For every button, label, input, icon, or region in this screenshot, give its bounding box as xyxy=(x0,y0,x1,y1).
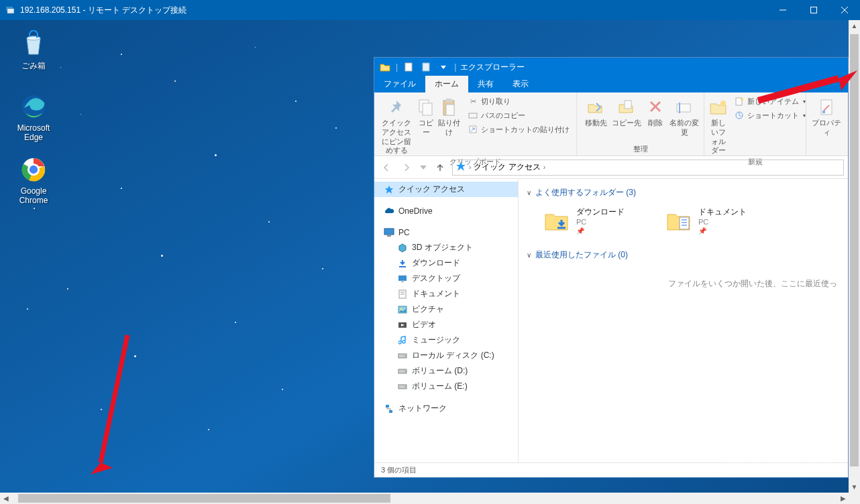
folder-item-downloads[interactable]: ダウンロード PC 📌 xyxy=(543,206,625,235)
ribbon-properties-button[interactable]: プロパティ xyxy=(810,94,843,137)
ribbon-copypath-button[interactable]: パスのコピー xyxy=(465,109,572,122)
qat-properties-button[interactable] xyxy=(400,60,417,74)
ribbon-rename-button[interactable]: 名前の変更 xyxy=(669,94,699,137)
scroll-right-button[interactable]: ▶ xyxy=(837,493,849,504)
scroll-left-button[interactable]: ◀ xyxy=(0,493,11,504)
scroll-thumb[interactable] xyxy=(850,34,859,466)
navigation-pane[interactable]: クイック アクセス OneDrive PC 3D オブジェクト ダウンロード デ… xyxy=(374,179,519,462)
nav-back-button[interactable] xyxy=(378,160,394,176)
drive-icon xyxy=(397,351,408,361)
horizontal-scrollbar[interactable]: ◀ ▶ xyxy=(0,493,849,504)
chevron-down-icon: ∨ xyxy=(527,189,531,196)
ribbon-shortcut-button[interactable]: ショートカット▾ xyxy=(731,109,808,122)
desktop-icon-edge[interactable]: Microsoft Edge xyxy=(8,92,59,142)
ribbon-pin-button[interactable]: クイック アクセスにピン留めする xyxy=(378,94,415,155)
qat-dropdown[interactable] xyxy=(435,60,451,74)
rdp-title: 192.168.205.151 - リモート デスクトップ接続 xyxy=(20,5,767,16)
copyto-icon xyxy=(612,96,641,119)
breadcrumb-item[interactable]: クイック アクセス xyxy=(474,162,540,173)
svg-marker-33 xyxy=(456,162,466,171)
scroll-thumb[interactable] xyxy=(18,494,390,503)
nav-onedrive[interactable]: OneDrive xyxy=(374,204,518,218)
nav-pc[interactable]: PC xyxy=(374,225,518,240)
tab-share[interactable]: 共有 xyxy=(468,76,503,92)
ribbon-delete-button[interactable]: 削除 xyxy=(643,94,668,128)
nav-downloads[interactable]: ダウンロード xyxy=(374,255,518,271)
cube-icon xyxy=(397,243,408,253)
music-icon xyxy=(397,335,408,346)
svg-point-52 xyxy=(405,386,406,387)
nav-diske[interactable]: ボリューム (E:) xyxy=(374,379,518,394)
nav-quickaccess[interactable]: クイック アクセス xyxy=(374,182,518,197)
newitem-icon xyxy=(734,96,745,107)
nav-pictures[interactable]: ピクチャ xyxy=(374,302,518,317)
desktop-icon-recycle-bin[interactable]: ごみ箱 xyxy=(8,29,59,72)
rdp-titlebar: 192.168.205.151 - リモート デスクトップ接続 xyxy=(0,0,860,20)
remote-desktop[interactable]: ごみ箱 Microsoft Edge Google Chrome | | エクス… xyxy=(0,20,849,493)
maximize-button[interactable] xyxy=(798,0,829,20)
nav-music[interactable]: ミュージック xyxy=(374,332,518,348)
nav-up-button[interactable] xyxy=(432,160,448,176)
scroll-track[interactable] xyxy=(849,32,860,481)
nav-desktop[interactable]: デスクトップ xyxy=(374,271,518,286)
nav-documents[interactable]: ドキュメント xyxy=(374,286,518,302)
nav-network[interactable]: ネットワーク xyxy=(374,401,518,416)
svg-rect-1 xyxy=(7,8,15,13)
scroll-up-button[interactable]: ▲ xyxy=(849,20,860,32)
desktop-icon-chrome[interactable]: Google Chrome xyxy=(8,155,59,205)
pin-icon: 📌 xyxy=(698,227,747,235)
nav-3dobjects[interactable]: 3D オブジェクト xyxy=(374,240,518,255)
group-header-recent[interactable]: ∨最近使用したファイル (0) xyxy=(527,247,840,266)
folder-icon xyxy=(665,206,693,235)
quickaccess-icon xyxy=(384,184,394,195)
folder-item-documents[interactable]: ドキュメント PC 📌 xyxy=(665,206,747,235)
explorer-window: | | エクスプローラー ファイル ホーム 共有 表示 クイック アクセスにピン… xyxy=(374,57,849,478)
svg-rect-18 xyxy=(446,105,454,115)
ribbon-copy-button[interactable]: コピー xyxy=(416,94,435,137)
group-header-frequent[interactable]: ∨よく使用するフォルダー (3) xyxy=(527,184,840,204)
watermark: 4thsight.xyz xyxy=(722,456,831,477)
tab-file[interactable]: ファイル xyxy=(374,76,425,92)
nav-forward-button[interactable] xyxy=(398,160,415,176)
svg-marker-13 xyxy=(441,66,446,69)
address-bar: › クイック アクセス › xyxy=(374,156,848,179)
minimize-button[interactable] xyxy=(767,0,798,20)
qat-newfolder-button[interactable] xyxy=(418,60,434,74)
drive-icon xyxy=(397,366,408,377)
ribbon-newfolder-button[interactable]: 新しいフォルダー xyxy=(708,94,729,155)
vertical-scrollbar[interactable]: ▲ ▼ xyxy=(849,20,860,493)
rdp-icon xyxy=(5,5,16,15)
scroll-track[interactable] xyxy=(11,493,837,504)
close-button[interactable] xyxy=(829,0,860,20)
folder-icon xyxy=(377,60,393,74)
rename-icon xyxy=(669,96,699,119)
status-item-count: 3 個の項目 xyxy=(381,465,417,475)
scroll-down-button[interactable]: ▼ xyxy=(849,481,860,493)
document-icon xyxy=(397,289,408,300)
breadcrumb[interactable]: › クイック アクセス › xyxy=(452,160,844,176)
nav-diskd[interactable]: ボリューム (D:) xyxy=(374,363,518,379)
svg-point-50 xyxy=(405,371,406,372)
tab-view[interactable]: 表示 xyxy=(503,76,538,92)
tab-home[interactable]: ホーム xyxy=(425,76,468,92)
chevron-right-icon: › xyxy=(469,164,471,171)
nav-diskc[interactable]: ローカル ディスク (C:) xyxy=(374,348,518,363)
ribbon-cut-button[interactable]: ✂切り取り xyxy=(465,94,572,108)
folder-name: ダウンロード xyxy=(576,206,625,218)
pictures-icon xyxy=(397,304,408,315)
folder-location: PC xyxy=(576,218,625,226)
ribbon-moveto-button[interactable]: 移動先 xyxy=(581,94,610,128)
ribbon-paste-button[interactable]: 貼り付け xyxy=(437,94,461,137)
download-icon xyxy=(397,258,408,269)
content-pane[interactable]: ∨よく使用するフォルダー (3) ダウンロード PC 📌 ドキュメント xyxy=(519,179,848,462)
ribbon-newitem-button[interactable]: 新しいアイテム▾ xyxy=(731,94,808,108)
nav-history-button[interactable] xyxy=(419,160,428,176)
explorer-titlebar[interactable]: | | エクスプローラー xyxy=(374,58,848,76)
newfolder-icon xyxy=(708,96,729,119)
network-icon xyxy=(384,403,394,414)
ribbon-copyto-button[interactable]: コピー先 xyxy=(612,94,641,128)
ribbon-pasteshortcut-button[interactable]: ショートカットの貼り付け xyxy=(465,123,572,136)
pc-icon xyxy=(384,227,394,238)
nav-videos[interactable]: ビデオ xyxy=(374,317,518,332)
separator: | xyxy=(454,62,456,72)
